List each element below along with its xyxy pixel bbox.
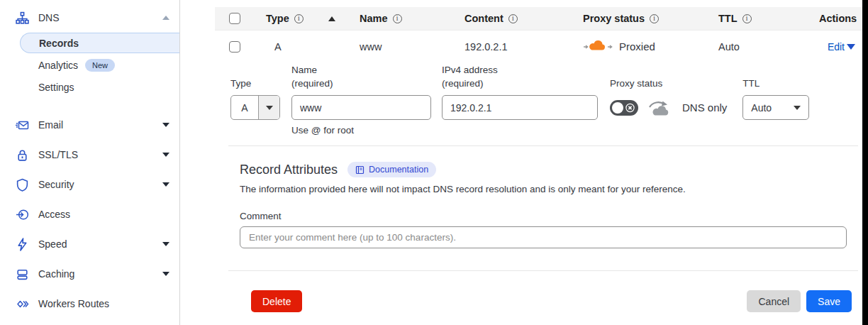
caching-stack-icon	[16, 268, 29, 281]
info-icon[interactable]	[393, 14, 402, 23]
dns-records-panel: Type Name Content Proxy status TTL Actio…	[215, 0, 862, 325]
record-type: A	[274, 41, 282, 53]
lightning-icon	[16, 238, 29, 251]
chevron-down-icon[interactable]	[258, 96, 279, 119]
sidebar-item-label: Access	[38, 209, 70, 220]
form-footer: Delete Cancel Save	[215, 290, 862, 312]
sidebar-item-label: Security	[38, 179, 74, 190]
sidebar-item-dns[interactable]: DNS	[0, 10, 179, 26]
proxy-status-label: Proxy status	[610, 77, 727, 91]
column-header-actions: Actions	[819, 13, 857, 24]
sidebar-item-label: Email	[38, 119, 63, 131]
name-label: Name	[291, 63, 431, 77]
record-content: 192.0.2.1	[464, 41, 507, 53]
sidebar-item-label: Records	[39, 38, 79, 49]
ipv4-label: IPv4 address	[442, 63, 598, 77]
sort-ascending-icon[interactable]	[328, 16, 335, 21]
row-checkbox[interactable]	[229, 41, 240, 53]
records-table-header: Type Name Content Proxy status TTL Actio…	[215, 7, 862, 30]
ipv4-address-field[interactable]	[442, 95, 598, 120]
ttl-select-value: Auto	[751, 102, 772, 114]
select-all-checkbox[interactable]	[229, 13, 240, 24]
comment-label: Comment	[240, 211, 847, 221]
dns-only-cloud-icon	[647, 99, 673, 117]
info-icon[interactable]	[742, 14, 752, 23]
sidebar-item-label: DNS	[38, 12, 60, 23]
sidebar-item-label: Caching	[38, 268, 74, 280]
type-label: Type	[230, 77, 280, 91]
sidebar-item-label: Workers Routes	[38, 298, 109, 309]
name-required-label: (required)	[291, 77, 431, 91]
edit-action[interactable]: Edit	[828, 41, 862, 53]
info-icon[interactable]	[294, 14, 304, 23]
sidebar-nav: Email SSL/TLS	[0, 110, 179, 325]
chevron-down-icon[interactable]	[162, 182, 169, 187]
column-header-proxy-status[interactable]: Proxy status	[583, 13, 645, 24]
column-header-ttl[interactable]: TTL	[718, 13, 738, 24]
chevron-up-icon[interactable]	[162, 16, 169, 20]
documentation-label: Documentation	[369, 165, 428, 175]
table-row: A www 192.0.2.1 Proxied Auto Edit	[215, 30, 862, 62]
record-attributes-section: Record Attributes Documentation The info…	[215, 146, 862, 248]
dns-sitemap-icon	[16, 11, 29, 25]
save-button[interactable]: Save	[806, 290, 852, 312]
documentation-link[interactable]: Documentation	[347, 162, 436, 177]
sidebar-item-caching[interactable]: Caching	[0, 259, 179, 289]
type-select-value: A	[231, 96, 258, 119]
chevron-down-icon[interactable]	[162, 242, 169, 246]
sidebar-item-rules[interactable]: Rules	[0, 319, 179, 325]
sidebar-item-speed[interactable]: Speed	[0, 229, 179, 259]
info-icon[interactable]	[650, 14, 659, 23]
chevron-down-icon[interactable]	[162, 272, 169, 276]
sidebar-item-security[interactable]: Security	[0, 170, 179, 199]
type-select[interactable]: A	[230, 95, 280, 120]
sidebar-item-settings[interactable]: Settings	[0, 77, 179, 97]
column-header-type[interactable]: Type	[266, 13, 289, 24]
sidebar-item-label: Analytics	[38, 60, 78, 71]
ipv4-required-label: (required)	[442, 77, 598, 91]
info-icon[interactable]	[508, 14, 518, 23]
shield-icon	[16, 178, 29, 192]
sidebar-item-label: Settings	[38, 82, 74, 93]
chevron-down-icon[interactable]	[162, 123, 169, 127]
sidebar-item-ssl-tls[interactable]: SSL/TLS	[0, 140, 179, 170]
column-header-name[interactable]: Name	[360, 13, 388, 24]
delete-button[interactable]: Delete	[251, 290, 302, 312]
sidebar-item-access[interactable]: Access	[0, 199, 179, 229]
cancel-button[interactable]: Cancel	[747, 290, 801, 312]
book-icon	[355, 165, 365, 175]
name-helper-text: Use @ for root	[291, 125, 431, 136]
access-login-icon	[16, 208, 29, 221]
attributes-description: The information provided here will not i…	[240, 184, 847, 194]
sidebar-item-email[interactable]: Email	[0, 110, 179, 140]
sidebar-item-workers-routes[interactable]: Workers Routes	[0, 289, 179, 319]
edit-link[interactable]: Edit	[828, 41, 845, 53]
sidebar-item-records[interactable]: Records	[20, 33, 179, 53]
edit-record-form: Type A Name (required) Use @ for root IP…	[215, 62, 862, 145]
chevron-down-icon	[794, 106, 801, 110]
record-name: www	[360, 41, 382, 53]
chevron-down-icon[interactable]	[847, 44, 855, 50]
chevron-down-icon[interactable]	[162, 153, 169, 157]
column-header-content[interactable]: Content	[464, 13, 503, 24]
name-field[interactable]	[291, 95, 431, 120]
sidebar: DNS Records Analytics New Settings E	[0, 0, 180, 325]
section-title: Record Attributes	[240, 162, 338, 177]
proxy-state-text: DNS only	[682, 101, 727, 114]
new-badge: New	[85, 59, 115, 72]
sidebar-item-label: Speed	[38, 238, 67, 250]
proxy-status-value: Proxied	[619, 40, 655, 53]
record-ttl: Auto	[718, 41, 740, 53]
dns-records-page: DNS Records Analytics New Settings E	[0, 0, 868, 325]
proxy-toggle[interactable]	[610, 100, 638, 116]
ttl-select[interactable]: Auto	[742, 95, 809, 120]
comment-field[interactable]	[240, 226, 847, 248]
sidebar-item-analytics[interactable]: Analytics New	[0, 55, 179, 75]
sidebar-item-label: SSL/TLS	[38, 149, 78, 160]
ttl-label: TTL	[742, 77, 809, 91]
email-icon	[16, 119, 29, 132]
lock-icon	[16, 148, 29, 162]
window-edge-strip	[862, 0, 868, 325]
footer-divider	[228, 270, 858, 271]
proxied-cloud-icon	[583, 38, 613, 55]
